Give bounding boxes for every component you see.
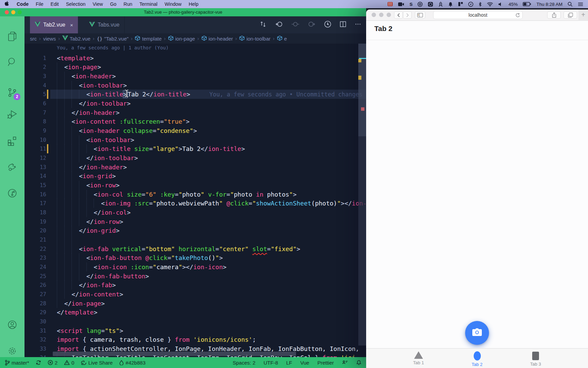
code-line-13[interactable]: </ion-header> — [57, 163, 127, 172]
breadcrumb-item[interactable]: e — [277, 35, 287, 42]
code-line-31[interactable]: <script lang="ts"> — [57, 326, 123, 335]
circled-dot-icon[interactable] — [418, 2, 423, 7]
tab-overview-icon[interactable] — [564, 11, 577, 19]
compass-icon[interactable] — [468, 2, 473, 7]
statusbar-bell-icon[interactable] — [356, 360, 361, 365]
code-line-32[interactable]: import { camera, trash, close } from 'io… — [57, 335, 256, 344]
activitybar-source-control-icon[interactable]: 2 — [0, 85, 24, 101]
menu-clock[interactable]: Thu 8:28 AM — [536, 2, 562, 7]
camera-fab-button[interactable] — [465, 321, 489, 345]
code-line-5[interactable]: <ion-title>Tab 2</ion-title>You, a few s… — [57, 90, 363, 99]
scrollbar-thumb[interactable] — [358, 44, 366, 136]
code-line-1[interactable]: <template> — [57, 53, 94, 63]
statusbar-cast-icon[interactable] — [342, 360, 348, 365]
statusbar-utf-8[interactable]: UTF-8 — [263, 360, 278, 366]
film-icon[interactable] — [387, 2, 393, 6]
menu-item-selection[interactable]: Selection — [66, 1, 86, 7]
safari-close-button[interactable] — [372, 13, 376, 17]
forward-button[interactable] — [403, 11, 412, 19]
activitybar-timeline-icon[interactable] — [0, 185, 24, 201]
menu-item-run[interactable]: Run — [124, 1, 132, 7]
safari-zoom-button[interactable] — [387, 13, 391, 17]
breadcrumb-item[interactable]: views — [43, 36, 56, 42]
activitybar-extensions-icon[interactable] — [0, 133, 24, 149]
back-button[interactable] — [394, 11, 403, 19]
statusbar-sync-icon[interactable] — [36, 360, 41, 365]
code-line-24[interactable]: <ion-icon :icon="camera"></ion-icon> — [57, 262, 227, 272]
new-tab-button[interactable]: + — [578, 10, 588, 20]
nav-dot-icon[interactable] — [291, 20, 299, 29]
code-line-11[interactable]: <ion-title size="large">Tab 2</ion-title… — [57, 144, 245, 153]
breadcrumb-item[interactable]: src — [30, 36, 37, 42]
safari-minimize-button[interactable] — [379, 13, 383, 17]
statusbar-2[interactable]: 2 — [48, 360, 58, 366]
code-line-14[interactable]: <ion-grid> — [57, 171, 116, 181]
editor-tab-tab2.vue[interactable]: Tab2.vue× — [30, 16, 78, 33]
code-editor[interactable]: You, a few seconds ago | 1 author (You) … — [24, 44, 366, 357]
code-line-10[interactable]: <ion-toolbar> — [57, 135, 134, 144]
code-line-23[interactable]: <ion-fab-button @click="takePhoto()"> — [57, 253, 223, 262]
code-line-21[interactable] — [57, 235, 79, 244]
address-bar[interactable]: localhost — [433, 11, 523, 19]
statusbar-spaces-2[interactable]: Spaces: 2 — [233, 360, 256, 366]
activitybar-search-icon[interactable] — [0, 54, 24, 70]
activitybar-account-icon[interactable] — [0, 317, 24, 333]
menu-item-terminal[interactable]: Terminal — [140, 1, 158, 7]
wifi-icon[interactable] — [487, 2, 493, 6]
code-line-16[interactable]: <ion-col size="6" :key="photo" v-for="ph… — [57, 190, 297, 199]
breadcrumb-item[interactable]: template — [135, 35, 162, 42]
breadcrumb-item[interactable]: Tab2.vue — [62, 35, 91, 42]
code-line-6[interactable]: </ion-toolbar> — [57, 99, 131, 108]
menu-item-edit[interactable]: Edit — [51, 1, 59, 7]
bluetooth-icon[interactable] — [478, 2, 482, 7]
screen-record-icon[interactable] — [428, 2, 433, 7]
apple-icon[interactable] — [5, 1, 10, 7]
code-line-4[interactable]: <ion-toolbar> — [57, 81, 127, 90]
breadcrumb-item[interactable]: {}"Tab2.vue" — [97, 36, 128, 42]
statusbar-prettier[interactable]: Prettier — [317, 360, 334, 366]
stats-icon[interactable]: S — [409, 2, 412, 7]
statusbar--42b883[interactable]: #42b883 — [119, 360, 145, 366]
code-line-17[interactable]: <ion-img :src="photo.webviewPath" @click… — [57, 199, 366, 208]
statusbar-master-[interactable]: master* — [5, 360, 29, 366]
split-editor-icon[interactable] — [340, 21, 346, 29]
window-manager-icon[interactable] — [458, 2, 463, 6]
navigate-back-icon[interactable] — [275, 20, 283, 29]
code-line-18[interactable]: </ion-col> — [57, 208, 131, 217]
code-line-27[interactable]: </ion-content> — [57, 290, 123, 299]
code-line-2[interactable]: <ion-page> — [57, 62, 101, 72]
menu-item-file[interactable]: File — [36, 1, 44, 7]
overview-ruler[interactable] — [358, 44, 366, 346]
reload-icon[interactable] — [515, 12, 520, 20]
statusbar-lf[interactable]: LF — [286, 360, 292, 366]
code-line-20[interactable]: </ion-grid> — [57, 226, 119, 235]
code-line-29[interactable]: </template> — [57, 308, 97, 317]
share-icon[interactable] — [547, 11, 561, 19]
code-line-28[interactable]: </ion-page> — [57, 299, 105, 308]
activitybar-debug-icon[interactable] — [0, 106, 24, 123]
horizontal-scrollbar[interactable] — [53, 352, 296, 356]
compare-changes-icon[interactable] — [259, 20, 267, 29]
code-line-3[interactable]: <ion-header> — [57, 72, 116, 81]
more-actions-icon[interactable] — [355, 21, 361, 29]
battery-icon[interactable] — [523, 2, 531, 6]
notifications-bell-icon[interactable] — [448, 2, 453, 7]
code-line-26[interactable]: </ion-fab> — [57, 280, 116, 290]
code-line-12[interactable]: </ion-toolbar> — [57, 153, 138, 163]
ionic-tab-tab-3[interactable]: Tab 3 — [515, 349, 556, 368]
ionic-tab-tab-2[interactable]: Tab 2 — [457, 349, 497, 368]
menu-item-help[interactable]: Help — [189, 1, 198, 7]
menu-item-window[interactable]: Window — [165, 1, 182, 7]
statusbar-0[interactable]: 0 — [64, 360, 74, 366]
code-line-25[interactable]: </ion-fab-button> — [57, 272, 149, 281]
code-line-9[interactable]: <ion-header collapse="condense"> — [57, 126, 197, 135]
camera-menu-icon[interactable] — [398, 2, 404, 6]
ionic-tab-tab-1[interactable]: Tab 1 — [398, 349, 439, 368]
code-line-19[interactable]: </ion-row> — [57, 217, 123, 226]
breadcrumb-item[interactable]: ion-page — [168, 35, 195, 42]
code-line-22[interactable]: <ion-fab vertical="bottom" horizontal="c… — [57, 244, 300, 254]
control-center-icon[interactable] — [578, 2, 583, 6]
code-line-7[interactable]: </ion-header> — [57, 108, 119, 117]
activitybar-files-icon[interactable] — [0, 28, 24, 45]
sidebar-toggle-icon[interactable] — [415, 11, 425, 19]
